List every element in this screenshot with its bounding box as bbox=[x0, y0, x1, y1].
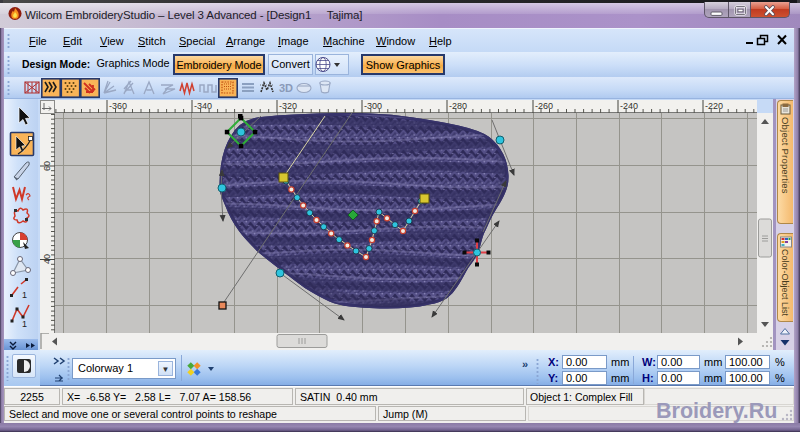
svg-text:1: 1 bbox=[22, 319, 27, 329]
svg-text:3D: 3D bbox=[279, 82, 293, 94]
svg-text:1: 1 bbox=[22, 290, 27, 300]
